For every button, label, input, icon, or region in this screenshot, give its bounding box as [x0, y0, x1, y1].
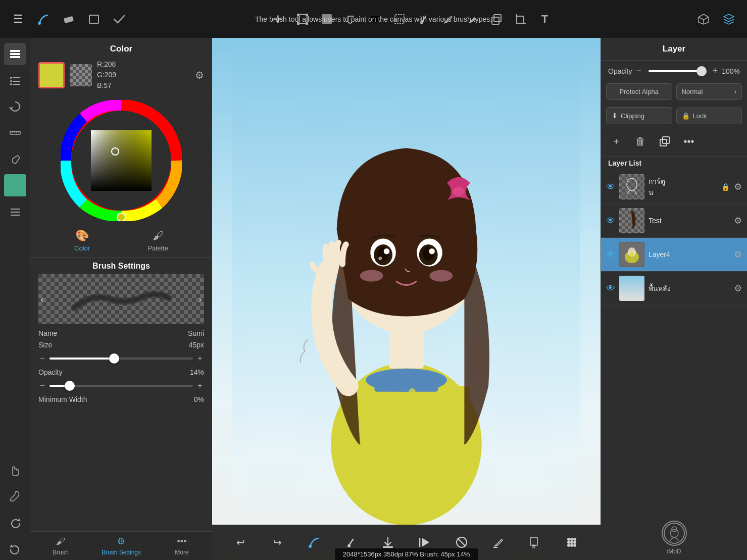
layer-list-title: Layer List [601, 157, 747, 170]
layer-item-active[interactable]: 👁 Layer4 ⚙ [601, 238, 747, 272]
svg-point-65 [347, 544, 351, 547]
layers-icon[interactable] [721, 11, 737, 27]
clipping-button[interactable]: ⬇ Clipping [606, 107, 672, 124]
svg-point-79 [573, 541, 576, 544]
layer-item[interactable]: 👁 พื้นหลัง ⚙ [601, 272, 747, 306]
undo-icon[interactable]: ↩ [230, 532, 251, 552]
brush-settings-icon: ⚙ [117, 536, 125, 547]
eraser-tool-icon[interactable] [61, 11, 77, 27]
svg-point-78 [570, 541, 573, 544]
canvas-area[interactable]: ↩ ↪ [212, 38, 601, 560]
active-brush-icon[interactable] [304, 532, 324, 552]
svg-line-64 [349, 539, 353, 545]
paint-icon[interactable] [525, 532, 545, 552]
top-bar: ☰ The brush tool allows users to paint o… [0, 0, 747, 38]
protect-alpha-button[interactable]: Protect Alpha [606, 83, 672, 100]
layer-thumbnail [619, 276, 644, 301]
normal-blend-button[interactable]: Normal › [676, 83, 742, 100]
brush-next-arrow[interactable]: › [198, 293, 202, 305]
layer-name: การ์ตูน [649, 176, 717, 198]
size-minus[interactable]: − [38, 354, 46, 363]
sidebar-layers-icon[interactable] [4, 43, 26, 65]
color-settings-icon[interactable]: ⚙ [195, 69, 204, 81]
layer-visibility-icon[interactable]: 👁 [606, 283, 615, 294]
layer-item[interactable]: 👁 การ์ตูน 🔒 ⚙ [601, 170, 747, 204]
layer-gear-icon[interactable]: ⚙ [734, 215, 742, 226]
svg-point-54 [384, 248, 389, 254]
svg-rect-86 [620, 175, 643, 198]
layer-visibility-icon[interactable]: 👁 [606, 249, 615, 260]
menu-icon[interactable]: ☰ [10, 11, 26, 27]
svg-rect-84 [663, 137, 669, 143]
grid-icon[interactable] [562, 532, 582, 552]
layer-item[interactable]: 👁 Test ⚙ [601, 204, 747, 238]
rectangle-tool-icon[interactable] [86, 11, 102, 27]
tab-brush-settings[interactable]: ⚙ Brush Settings [91, 532, 152, 560]
sidebar-undo-icon[interactable] [4, 538, 26, 560]
sidebar-menu2-icon[interactable] [4, 200, 26, 223]
3d-icon[interactable] [695, 11, 712, 27]
brush-stroke-preview [55, 281, 187, 317]
sidebar-redo-icon[interactable] [4, 512, 26, 534]
size-plus[interactable]: + [196, 354, 204, 363]
delete-layer-button[interactable]: 🗑 [630, 131, 651, 151]
crop-icon[interactable] [513, 11, 529, 27]
layer-gear-icon[interactable]: ⚙ [734, 181, 742, 192]
opacity-thumb[interactable] [696, 66, 707, 76]
svg-point-0 [38, 22, 41, 25]
active-color-swatch[interactable] [38, 62, 65, 88]
svg-point-59 [429, 248, 434, 254]
redo-icon[interactable]: ↪ [267, 532, 287, 552]
svg-point-50 [453, 187, 464, 196]
sidebar-ruler-icon[interactable] [4, 122, 26, 144]
svg-point-61 [429, 270, 453, 282]
pen-canvas-icon[interactable] [488, 532, 509, 552]
brush-name-row: Name Sumi [30, 327, 212, 338]
imod-logo: iMoD [601, 516, 747, 560]
color-wheel-container[interactable] [30, 100, 212, 226]
tab-more[interactable]: ••• More [152, 532, 212, 560]
layer-gear-icon[interactable]: ⚙ [734, 249, 742, 260]
lock-button[interactable]: 🔒 Lock [676, 108, 742, 124]
text-tool-icon[interactable]: T [537, 11, 553, 27]
opacity-plus-btn[interactable]: + [713, 66, 718, 76]
sidebar-eyedropper-icon[interactable] [4, 485, 26, 507]
size-slider-container[interactable]: − + [38, 354, 204, 363]
add-layer-button[interactable]: + [606, 131, 626, 151]
layer-gear-icon[interactable]: ⚙ [734, 283, 742, 294]
brush-tool-icon[interactable] [35, 11, 52, 27]
opacity-plus[interactable]: + [196, 381, 204, 390]
sidebar-rotate-icon[interactable] [4, 95, 26, 118]
sidebar-color-square-icon[interactable] [4, 174, 26, 196]
sidebar-highlight-icon[interactable] [4, 148, 26, 170]
palette-icon: 🖌 [153, 229, 164, 242]
opacity-minus[interactable]: − [38, 381, 46, 390]
layer-visibility-icon[interactable]: 👁 [606, 216, 615, 226]
size-track[interactable] [49, 358, 193, 360]
sidebar-list-icon[interactable] [4, 69, 26, 91]
sidebar-hand-icon[interactable] [4, 459, 26, 481]
brush-prev-arrow[interactable]: ‹ [40, 293, 44, 305]
svg-rect-18 [10, 53, 20, 55]
opacity-label: Opacity [38, 368, 89, 376]
layer-name: Layer4 [649, 250, 730, 259]
tab-brush[interactable]: 🖌 Brush [30, 532, 91, 560]
layer-lock-icon: 🔒 [721, 183, 730, 191]
opacity-thumb[interactable] [65, 381, 75, 391]
tab-color[interactable]: 🎨 Color [74, 229, 90, 252]
more-layer-button[interactable]: ••• [679, 131, 699, 151]
layer-visibility-icon[interactable]: 👁 [606, 182, 615, 192]
opacity-slider[interactable] [649, 70, 706, 72]
checkmark-tool-icon[interactable] [111, 11, 127, 27]
size-thumb[interactable] [109, 353, 119, 364]
duplicate-layer-button[interactable] [655, 131, 675, 151]
opacity-minus-btn[interactable]: − [636, 66, 641, 76]
canvas-artwork [212, 38, 601, 560]
opacity-track[interactable] [49, 385, 193, 387]
color-wheel[interactable] [61, 100, 182, 221]
svg-rect-41 [91, 130, 152, 191]
transparent-color-swatch[interactable] [70, 64, 92, 86]
svg-rect-17 [10, 50, 20, 52]
tab-palette[interactable]: 🖌 Palette [147, 229, 168, 252]
opacity-slider-container[interactable]: − + [38, 381, 204, 390]
